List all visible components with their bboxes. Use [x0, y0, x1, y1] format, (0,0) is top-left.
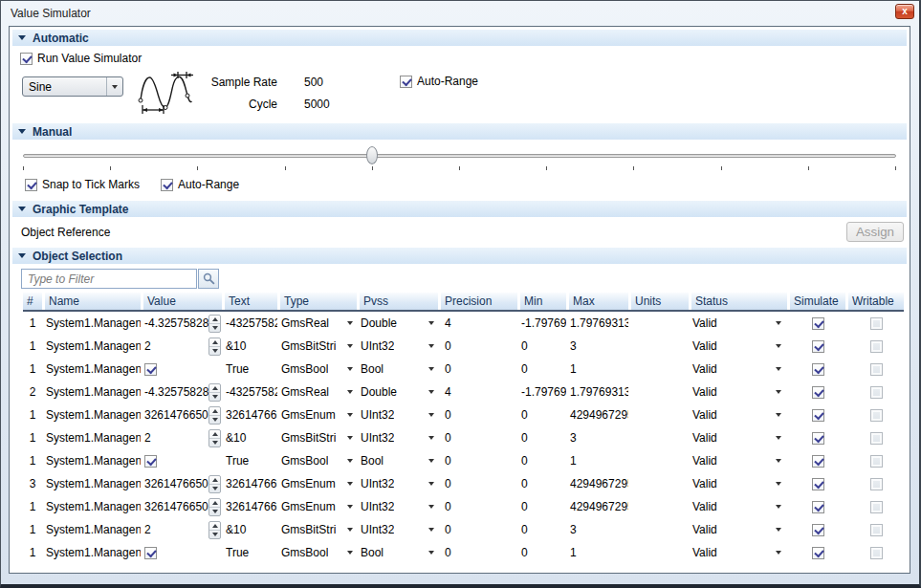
- type-dropdown-arrow[interactable]: [347, 551, 353, 555]
- spinner-up-icon[interactable]: [209, 430, 220, 439]
- spinner-up-icon[interactable]: [209, 476, 220, 485]
- value-spinner[interactable]: [208, 406, 221, 425]
- pvss-dropdown-arrow[interactable]: [428, 551, 434, 555]
- cell-type[interactable]: GmsEnum: [280, 500, 357, 513]
- cell-type[interactable]: GmsBool: [280, 454, 357, 468]
- column-header-simulate[interactable]: Simulate: [790, 293, 845, 310]
- pvss-dropdown-arrow[interactable]: [428, 367, 434, 371]
- slider-handle[interactable]: [366, 146, 378, 164]
- writable-checkbox[interactable]: [870, 478, 883, 490]
- status-dropdown-arrow[interactable]: [776, 436, 781, 440]
- value-spinner[interactable]: [208, 521, 221, 539]
- search-button[interactable]: [198, 269, 219, 289]
- column-header-type[interactable]: Type: [280, 293, 357, 310]
- spinner-up-icon[interactable]: [209, 407, 220, 416]
- spinner-down-icon[interactable]: [209, 324, 220, 332]
- title-bar[interactable]: Value Simulator x: [1, 1, 919, 25]
- writable-checkbox[interactable]: [870, 340, 883, 353]
- column-header-num[interactable]: #: [23, 293, 42, 310]
- cell-pvss[interactable]: UInt32: [360, 500, 438, 513]
- cell-pvss[interactable]: Double: [360, 316, 438, 330]
- type-dropdown-arrow[interactable]: [347, 344, 353, 348]
- writable-checkbox[interactable]: [870, 386, 883, 399]
- type-dropdown-arrow[interactable]: [347, 367, 353, 371]
- writable-checkbox[interactable]: [870, 501, 883, 513]
- column-header-text[interactable]: Text: [225, 293, 277, 310]
- column-header-max[interactable]: Max: [569, 293, 628, 310]
- spinner-down-icon[interactable]: [209, 531, 220, 538]
- type-dropdown-arrow[interactable]: [347, 482, 353, 486]
- column-header-status[interactable]: Status: [691, 293, 787, 310]
- cell-pvss[interactable]: Bool: [360, 362, 438, 376]
- cell-value[interactable]: -4.32575828: [143, 315, 222, 333]
- writable-checkbox[interactable]: [870, 432, 883, 445]
- cell-value[interactable]: [143, 547, 222, 559]
- simulate-checkbox[interactable]: [812, 501, 824, 513]
- value-checkbox[interactable]: [144, 547, 157, 559]
- type-dropdown-arrow[interactable]: [347, 528, 353, 532]
- column-header-writable[interactable]: Writable: [848, 293, 904, 310]
- cell-pvss[interactable]: UInt32: [360, 431, 438, 445]
- value-spinner[interactable]: [208, 338, 221, 356]
- cell-status[interactable]: Valid: [691, 339, 787, 353]
- column-header-value[interactable]: Value: [143, 293, 222, 310]
- cell-status[interactable]: Valid: [691, 500, 787, 513]
- writable-checkbox[interactable]: [870, 524, 883, 536]
- status-dropdown-arrow[interactable]: [776, 505, 781, 509]
- pvss-dropdown-arrow[interactable]: [428, 436, 434, 440]
- type-dropdown-arrow[interactable]: [347, 505, 353, 509]
- cell-status[interactable]: Valid: [691, 454, 787, 468]
- cell-value[interactable]: 3261476650: [143, 498, 222, 516]
- cell-status[interactable]: Valid: [691, 431, 787, 445]
- cell-value[interactable]: -4.32575828: [143, 383, 222, 402]
- cell-type[interactable]: GmsEnum: [280, 477, 357, 490]
- status-dropdown-arrow[interactable]: [776, 367, 781, 371]
- type-dropdown-arrow[interactable]: [347, 436, 353, 440]
- manual-auto-range-checkbox[interactable]: [161, 179, 173, 191]
- column-header-pvss[interactable]: Pvss: [360, 293, 438, 310]
- simulate-checkbox[interactable]: [812, 363, 824, 376]
- pvss-dropdown-arrow[interactable]: [428, 321, 434, 325]
- simulate-checkbox[interactable]: [812, 386, 824, 399]
- assign-button[interactable]: Assign: [846, 222, 904, 242]
- section-header-automatic[interactable]: Automatic: [12, 30, 907, 46]
- cell-pvss[interactable]: UInt32: [360, 408, 438, 422]
- cell-value[interactable]: 2: [143, 521, 222, 539]
- cell-value[interactable]: [143, 455, 222, 468]
- cell-pvss[interactable]: Double: [360, 385, 438, 399]
- section-header-object-selection[interactable]: Object Selection: [12, 248, 907, 264]
- writable-checkbox[interactable]: [870, 547, 883, 559]
- value-spinner[interactable]: [208, 475, 221, 493]
- manual-slider-track[interactable]: [23, 154, 896, 158]
- cell-type[interactable]: GmsEnum: [280, 408, 357, 422]
- simulate-checkbox[interactable]: [812, 317, 824, 330]
- cell-pvss[interactable]: UInt32: [360, 477, 438, 490]
- value-checkbox[interactable]: [144, 455, 157, 468]
- cell-status[interactable]: Valid: [691, 362, 787, 376]
- value-spinner[interactable]: [208, 315, 221, 333]
- cell-pvss[interactable]: UInt32: [360, 523, 438, 536]
- cell-value[interactable]: 3261476650: [143, 406, 222, 425]
- close-button[interactable]: x: [895, 4, 914, 19]
- status-dropdown-arrow[interactable]: [776, 321, 781, 325]
- cell-status[interactable]: Valid: [691, 316, 787, 330]
- cell-type[interactable]: GmsBool: [280, 546, 357, 559]
- status-dropdown-arrow[interactable]: [776, 482, 781, 486]
- section-header-graphic-template[interactable]: Graphic Template: [12, 201, 907, 217]
- simulate-checkbox[interactable]: [812, 547, 824, 559]
- pvss-dropdown-arrow[interactable]: [428, 505, 434, 509]
- cell-type[interactable]: GmsBitStri: [280, 523, 357, 536]
- cell-type[interactable]: GmsBool: [280, 362, 357, 376]
- cell-value[interactable]: [143, 363, 222, 376]
- type-dropdown-arrow[interactable]: [347, 459, 353, 463]
- column-header-units[interactable]: Units: [631, 293, 689, 310]
- spinner-down-icon[interactable]: [209, 508, 220, 515]
- simulate-checkbox[interactable]: [812, 478, 824, 490]
- cell-status[interactable]: Valid: [691, 385, 787, 399]
- automatic-auto-range-checkbox[interactable]: [400, 76, 412, 88]
- column-header-precision[interactable]: Precision: [441, 293, 517, 310]
- spinner-up-icon[interactable]: [209, 384, 220, 393]
- writable-checkbox[interactable]: [870, 455, 883, 468]
- spinner-up-icon[interactable]: [209, 316, 220, 324]
- cell-type[interactable]: GmsReal: [280, 385, 357, 399]
